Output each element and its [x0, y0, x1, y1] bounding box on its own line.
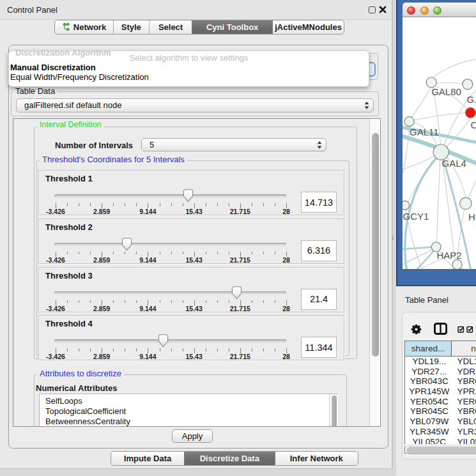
- table-row[interactable]: YDL19...YDL19: [405, 357, 476, 367]
- slider-tick-label: 28: [267, 353, 305, 360]
- network-node[interactable]: [465, 107, 475, 118]
- slider-tick: [183, 203, 183, 206]
- slider-track[interactable]: [54, 291, 286, 295]
- threshold-value-field[interactable]: 6.316: [301, 240, 337, 261]
- table-hscrollbar[interactable]: [404, 446, 476, 454]
- slider-thumb[interactable]: [231, 286, 242, 300]
- slider-tick: [136, 252, 137, 255]
- slider-tick: [217, 300, 218, 303]
- bottom-tab-impute-data[interactable]: Impute Data: [111, 452, 184, 465]
- network-node[interactable]: [460, 197, 472, 209]
- control-panel-titlebar[interactable]: Control Panel: [0, 0, 392, 20]
- cell-name: YPR14: [454, 387, 476, 397]
- slider-tick: [183, 252, 183, 255]
- slider-track[interactable]: [54, 339, 286, 342]
- slider-tick: [217, 203, 218, 206]
- slider-track[interactable]: [54, 194, 286, 197]
- zoom-traffic-light-icon[interactable]: [433, 6, 441, 15]
- bottom-tab-infer-network[interactable]: Infer Network: [275, 452, 358, 465]
- network-window-titlebar[interactable]: [403, 3, 476, 17]
- tab-cyni-toolbox[interactable]: Cyni Toolbox: [192, 20, 272, 35]
- tab-select[interactable]: Select: [149, 20, 192, 35]
- slider-tick: [79, 203, 79, 206]
- cell-shared-name: YDR27...: [405, 367, 454, 377]
- slider-thumb[interactable]: [121, 238, 132, 251]
- attributes-list-scrollbar-thumb[interactable]: [332, 395, 337, 427]
- network-node[interactable]: [463, 79, 473, 89]
- bottom-tab-discretize-data[interactable]: Discretize Data: [184, 452, 275, 465]
- slider-tick: [275, 300, 275, 303]
- slider-thumb[interactable]: [183, 189, 194, 203]
- table-row[interactable]: YPR145WYPR14: [405, 387, 476, 397]
- dropdown-hint-item[interactable]: Select algorithm to view settings: [8, 53, 369, 63]
- slider-tick: [171, 252, 172, 255]
- slider-tick: [90, 300, 91, 303]
- network-node-label: GAL11: [410, 127, 439, 137]
- table-row[interactable]: YBR043CYBR04: [405, 376, 476, 387]
- cell-name: YDR27: [454, 367, 476, 377]
- table-row[interactable]: YBL079WYBL07: [405, 417, 476, 427]
- columns-icon[interactable]: [434, 323, 447, 335]
- tab-style[interactable]: Style: [113, 20, 149, 35]
- dropdown-item-manual-discretization[interactable]: Manual Discretization: [10, 63, 96, 72]
- threshold-value-field[interactable]: 14.713: [301, 192, 337, 213]
- table-row[interactable]: YER054CYER05: [405, 397, 476, 407]
- network-node-label: G.: [467, 94, 476, 105]
- cell-name: YIL05: [454, 437, 476, 444]
- apply-button[interactable]: Apply: [172, 429, 213, 443]
- numerical-attributes-list[interactable]: SelfLoopsTopologicalCoefficientBetweenne…: [39, 394, 338, 427]
- close-icon[interactable]: [379, 6, 387, 13]
- threshold-value-field[interactable]: 21.4: [301, 289, 337, 310]
- network-icon: [62, 22, 70, 31]
- tab-network[interactable]: Network: [55, 20, 113, 35]
- attribute-item[interactable]: SelfLoops: [40, 396, 337, 406]
- gear-icon[interactable]: [411, 324, 422, 335]
- slider-tick: [125, 203, 125, 206]
- attributes-list-scrollbar[interactable]: [329, 394, 338, 427]
- network-node[interactable]: [452, 260, 462, 270]
- slider-track[interactable]: [54, 243, 286, 246]
- number-of-intervals-spinner[interactable]: 5: [141, 138, 326, 151]
- settings-scrollbar-thumb[interactable]: [372, 133, 380, 357]
- table-row[interactable]: YDR27...YDR27: [405, 367, 476, 377]
- table-hscrollbar-thumb[interactable]: [407, 447, 476, 454]
- minimize-traffic-light-icon[interactable]: [420, 6, 429, 15]
- network-node[interactable]: [404, 117, 414, 127]
- threshold-value-field[interactable]: 11.344: [301, 337, 337, 358]
- network-node-label: GCY1: [403, 211, 429, 222]
- slider-tick: [263, 348, 264, 351]
- attribute-item[interactable]: TopologicalCoefficient: [40, 406, 337, 417]
- table-data-combobox[interactable]: galFiltered.sif default node: [16, 98, 374, 112]
- slider-tick-label: -3.426: [36, 208, 75, 215]
- checkbox-unselect-icon[interactable]: [466, 326, 473, 333]
- column-header-shared-name[interactable]: shared...: [405, 341, 452, 356]
- slider-tick-label: -3.426: [36, 353, 75, 360]
- settings-scrollbar[interactable]: [369, 119, 380, 426]
- float-window-icon[interactable]: [369, 6, 376, 13]
- splitter-handle[interactable]: [391, 234, 395, 241]
- bottom-tab-label: Infer Network: [290, 454, 343, 463]
- network-node[interactable]: [403, 201, 410, 210]
- threshold-panel-2: Threshold 2-3.4262.8599.14415.4321.71528…: [38, 219, 344, 264]
- settings-scroll-viewport: Interval Definition Number of Intervals …: [13, 118, 381, 427]
- slider-tick-label: 28: [267, 305, 305, 312]
- slider-tick: [136, 300, 137, 303]
- network-edge: [403, 127, 410, 180]
- slider-tick: [67, 348, 68, 351]
- table-row[interactable]: YLR345WYLR34: [405, 427, 476, 437]
- network-node-label: GAL80: [431, 86, 461, 97]
- slider-thumb[interactable]: [158, 334, 169, 348]
- close-traffic-light-icon[interactable]: [407, 6, 415, 15]
- slider-tick: [206, 348, 206, 351]
- table-row[interactable]: YIL052CYIL05: [405, 437, 476, 444]
- dropdown-item-equal-width[interactable]: Equal Width/Frequency Discretization: [10, 72, 149, 82]
- column-header-name[interactable]: n...: [452, 341, 476, 356]
- tab-jactivemnodules[interactable]: jActiveMNodules: [272, 20, 344, 35]
- network-canvas[interactable]: GAL80G.CGAL11GAL4GCY1HHAP2: [403, 17, 476, 269]
- table-row[interactable]: YBR045CYBR04: [405, 406, 476, 417]
- spinner-arrows-icon: [313, 141, 326, 149]
- slider-tick-label: 15.43: [175, 305, 213, 312]
- slider-tick: [252, 252, 252, 255]
- attribute-item[interactable]: BetweennessCentrality: [40, 417, 337, 427]
- checkbox-select-icon[interactable]: [457, 326, 464, 333]
